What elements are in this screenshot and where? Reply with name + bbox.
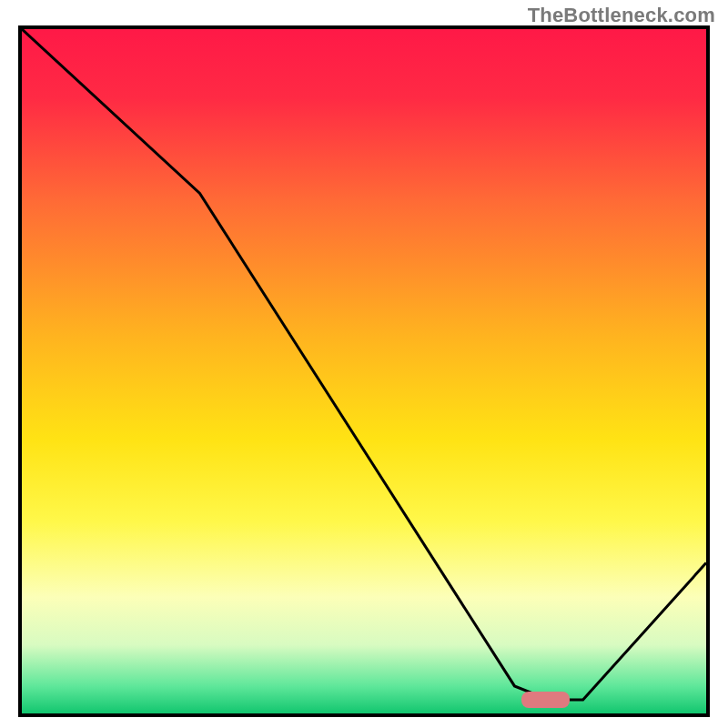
chart-frame (18, 25, 710, 717)
watermark-text: TheBottleneck.com (528, 4, 715, 27)
curve-path (22, 29, 706, 700)
bottleneck-curve (22, 29, 706, 713)
optimal-marker (521, 692, 570, 708)
